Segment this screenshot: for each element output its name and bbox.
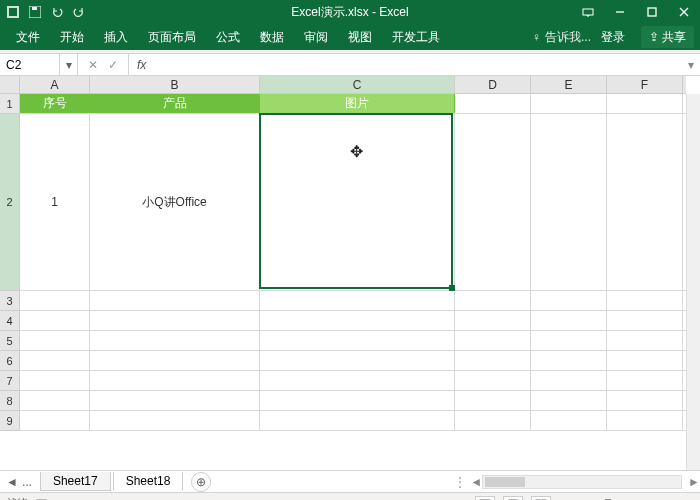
- cell-E2[interactable]: [531, 114, 607, 290]
- row-header-8[interactable]: 8: [0, 391, 20, 411]
- cell-A1[interactable]: 序号: [20, 94, 90, 113]
- hscroll-left-icon[interactable]: ◄: [470, 475, 482, 489]
- cell-C3[interactable]: [260, 291, 455, 310]
- cell-C5[interactable]: [260, 331, 455, 350]
- cell-B8[interactable]: [90, 391, 260, 410]
- maximize-button[interactable]: [636, 0, 668, 24]
- tab-formulas[interactable]: 公式: [206, 24, 250, 50]
- enter-icon[interactable]: ✓: [108, 58, 118, 72]
- cells-area[interactable]: 序号产品图片1小Q讲Office✥: [20, 94, 686, 470]
- cell-B6[interactable]: [90, 351, 260, 370]
- cell-E8[interactable]: [531, 391, 607, 410]
- cell-F2[interactable]: [607, 114, 683, 290]
- row-header-2[interactable]: 2: [0, 114, 20, 291]
- cell-A5[interactable]: [20, 331, 90, 350]
- name-box[interactable]: C2: [0, 54, 60, 75]
- cell-A4[interactable]: [20, 311, 90, 330]
- cell-A6[interactable]: [20, 351, 90, 370]
- cell-A3[interactable]: [20, 291, 90, 310]
- cell-E9[interactable]: [531, 411, 607, 430]
- tab-layout[interactable]: 页面布局: [138, 24, 206, 50]
- cell-D3[interactable]: [455, 291, 531, 310]
- add-sheet-button[interactable]: ⊕: [191, 472, 211, 492]
- save-icon[interactable]: [28, 5, 42, 19]
- cell-F3[interactable]: [607, 291, 683, 310]
- name-box-dropdown[interactable]: ▾: [60, 54, 78, 75]
- tab-file[interactable]: 文件: [6, 24, 50, 50]
- view-normal-button[interactable]: [475, 496, 495, 501]
- tab-home[interactable]: 开始: [50, 24, 94, 50]
- login-link[interactable]: 登录: [591, 24, 635, 50]
- row-header-7[interactable]: 7: [0, 371, 20, 391]
- row-header-4[interactable]: 4: [0, 311, 20, 331]
- cell-D7[interactable]: [455, 371, 531, 390]
- cell-A2[interactable]: 1: [20, 114, 90, 290]
- col-header-A[interactable]: A: [20, 76, 90, 93]
- tell-me[interactable]: ♀ 告诉我...: [532, 29, 591, 46]
- cell-B7[interactable]: [90, 371, 260, 390]
- tab-insert[interactable]: 插入: [94, 24, 138, 50]
- select-all-corner[interactable]: [0, 76, 20, 94]
- row-header-5[interactable]: 5: [0, 331, 20, 351]
- cell-D9[interactable]: [455, 411, 531, 430]
- cancel-icon[interactable]: ✕: [88, 58, 98, 72]
- view-pagebreak-button[interactable]: [531, 496, 551, 501]
- cell-B2[interactable]: 小Q讲Office: [90, 114, 260, 290]
- vertical-scrollbar[interactable]: [686, 94, 700, 470]
- cell-E6[interactable]: [531, 351, 607, 370]
- close-button[interactable]: [668, 0, 700, 24]
- cell-E7[interactable]: [531, 371, 607, 390]
- sheet-tab-1[interactable]: Sheet18: [113, 472, 184, 491]
- cell-B1[interactable]: 产品: [90, 94, 260, 113]
- tab-developer[interactable]: 开发工具: [382, 24, 450, 50]
- cell-F9[interactable]: [607, 411, 683, 430]
- horizontal-scrollbar[interactable]: [482, 475, 682, 489]
- cell-B4[interactable]: [90, 311, 260, 330]
- redo-icon[interactable]: [72, 5, 86, 19]
- tab-review[interactable]: 审阅: [294, 24, 338, 50]
- cell-D6[interactable]: [455, 351, 531, 370]
- formula-expand-icon[interactable]: ▾: [682, 58, 700, 72]
- cell-B9[interactable]: [90, 411, 260, 430]
- cell-F6[interactable]: [607, 351, 683, 370]
- cell-F7[interactable]: [607, 371, 683, 390]
- tab-data[interactable]: 数据: [250, 24, 294, 50]
- cell-D2[interactable]: [455, 114, 531, 290]
- cell-E3[interactable]: [531, 291, 607, 310]
- share-button[interactable]: ⇪ 共享: [641, 26, 694, 48]
- cell-F5[interactable]: [607, 331, 683, 350]
- col-header-C[interactable]: C: [260, 76, 455, 93]
- sheet-tab-0[interactable]: Sheet17: [40, 472, 111, 491]
- cell-A8[interactable]: [20, 391, 90, 410]
- ribbon-options-icon[interactable]: [572, 0, 604, 24]
- cell-E4[interactable]: [531, 311, 607, 330]
- cell-C7[interactable]: [260, 371, 455, 390]
- cell-A9[interactable]: [20, 411, 90, 430]
- cell-E1[interactable]: [531, 94, 607, 113]
- col-header-D[interactable]: D: [455, 76, 531, 93]
- row-header-6[interactable]: 6: [0, 351, 20, 371]
- sheet-nav-prev-icon[interactable]: ◄: [6, 475, 18, 489]
- minimize-button[interactable]: [604, 0, 636, 24]
- col-header-E[interactable]: E: [531, 76, 607, 93]
- cell-D8[interactable]: [455, 391, 531, 410]
- cell-B5[interactable]: [90, 331, 260, 350]
- cell-F1[interactable]: [607, 94, 683, 113]
- cell-C1[interactable]: 图片: [260, 94, 455, 113]
- cell-D5[interactable]: [455, 331, 531, 350]
- cell-C4[interactable]: [260, 311, 455, 330]
- row-header-1[interactable]: 1: [0, 94, 20, 114]
- cell-A7[interactable]: [20, 371, 90, 390]
- cell-C8[interactable]: [260, 391, 455, 410]
- undo-icon[interactable]: [50, 5, 64, 19]
- cell-C6[interactable]: [260, 351, 455, 370]
- cell-D4[interactable]: [455, 311, 531, 330]
- row-header-3[interactable]: 3: [0, 291, 20, 311]
- row-header-9[interactable]: 9: [0, 411, 20, 431]
- cell-F4[interactable]: [607, 311, 683, 330]
- cell-C2[interactable]: [260, 114, 455, 290]
- fx-label[interactable]: fx: [129, 58, 154, 72]
- cell-D1[interactable]: [455, 94, 531, 113]
- hscroll-right-icon[interactable]: ►: [688, 475, 700, 489]
- col-header-F[interactable]: F: [607, 76, 683, 93]
